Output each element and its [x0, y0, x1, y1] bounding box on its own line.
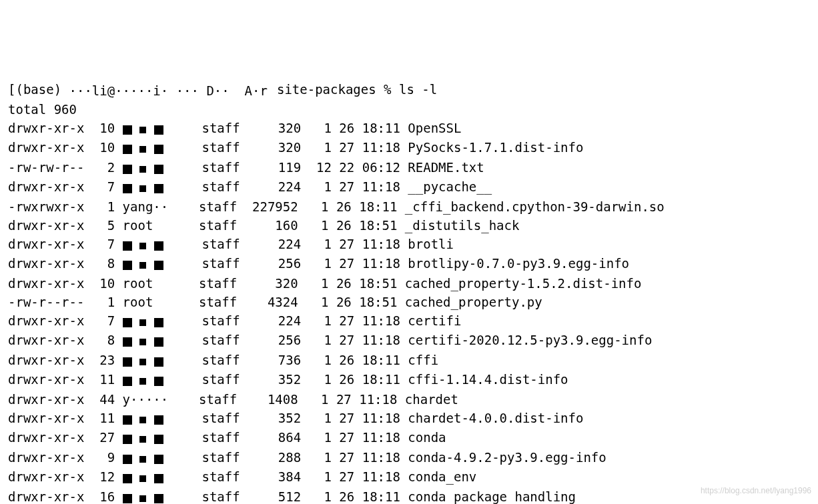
terminal-output[interactable]: [(base) ···li@·····i· ··· D·· A·r site-p…: [8, 80, 818, 504]
watermark-text: https://blog.csdn.net/lyang1996: [701, 481, 811, 500]
